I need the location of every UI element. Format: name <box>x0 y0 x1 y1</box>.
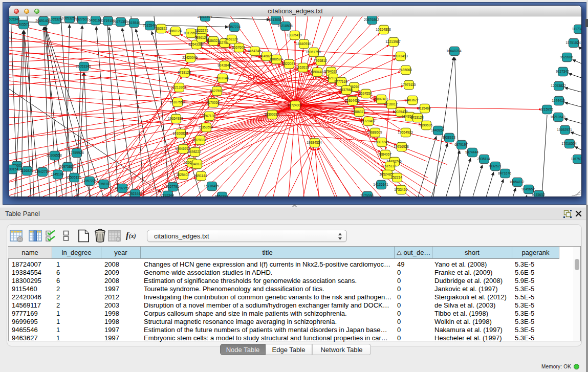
svg-text:8267130: 8267130 <box>202 114 215 118</box>
svg-text:1117345: 1117345 <box>572 27 581 31</box>
svg-text:7955812: 7955812 <box>314 59 327 62</box>
svg-text:7357224: 7357224 <box>227 25 241 29</box>
svg-text:3215955: 3215955 <box>540 107 553 111</box>
svg-text:8453124: 8453124 <box>410 116 424 119</box>
svg-text:19654933: 19654933 <box>168 117 183 120</box>
svg-text:14136141: 14136141 <box>373 183 388 186</box>
svg-text:12942737: 12942737 <box>34 170 50 173</box>
svg-text:2803144: 2803144 <box>215 76 229 80</box>
svg-text:7170056: 7170056 <box>360 194 374 196</box>
svg-text:16648784: 16648784 <box>446 49 462 53</box>
svg-text:1167534: 1167534 <box>571 157 581 161</box>
svg-text:2639154: 2639154 <box>9 167 18 171</box>
svg-text:7663822: 7663822 <box>154 27 167 30</box>
svg-text:9794028: 9794028 <box>324 70 337 73</box>
svg-text:1156829: 1156829 <box>20 169 33 172</box>
svg-text:9242848: 9242848 <box>217 63 231 67</box>
svg-text:10688609: 10688609 <box>367 130 382 134</box>
svg-text:8471676: 8471676 <box>498 171 511 175</box>
svg-text:9474444: 9474444 <box>465 150 478 154</box>
svg-text:252214: 252214 <box>391 176 402 179</box>
svg-text:9699695: 9699695 <box>419 123 432 127</box>
svg-text:16543382: 16543382 <box>188 42 204 46</box>
svg-text:9245652: 9245652 <box>521 187 535 191</box>
svg-text:7032621: 7032621 <box>488 164 502 168</box>
svg-text:16640910: 16640910 <box>296 42 311 46</box>
svg-text:9227342: 9227342 <box>556 70 569 73</box>
svg-text:12093822: 12093822 <box>551 84 566 87</box>
svg-text:15751024: 15751024 <box>565 41 581 45</box>
svg-text:8427552: 8427552 <box>210 89 223 93</box>
svg-text:19384554: 19384554 <box>307 141 322 144</box>
svg-text:6879197: 6879197 <box>454 143 468 146</box>
svg-text:7515546: 7515546 <box>127 21 140 25</box>
svg-text:2935114: 2935114 <box>477 157 490 161</box>
svg-text:22420046: 22420046 <box>182 56 198 59</box>
svg-text:7170056: 7170056 <box>206 101 220 104</box>
svg-text:20206558: 20206558 <box>47 154 62 157</box>
svg-text:6937568: 6937568 <box>339 88 353 92</box>
svg-text:1733426: 1733426 <box>394 188 407 191</box>
svg-text:9657791: 9657791 <box>215 194 228 196</box>
svg-text:2192344: 2192344 <box>161 193 174 196</box>
svg-text:17016504: 17016504 <box>561 142 577 145</box>
svg-text:1162615: 1162615 <box>296 65 309 69</box>
svg-text:9084067: 9084067 <box>378 152 391 156</box>
svg-text:2605346: 2605346 <box>9 17 20 21</box>
svg-text:20876862: 20876862 <box>364 18 379 21</box>
svg-text:20975867: 20975867 <box>59 165 75 168</box>
svg-text:19654923: 19654923 <box>398 130 413 134</box>
svg-text:7485063: 7485063 <box>399 68 412 72</box>
svg-text:1065325: 1065325 <box>49 17 62 21</box>
svg-text:17359928: 17359928 <box>69 151 84 155</box>
svg-text:16671355: 16671355 <box>113 20 128 24</box>
svg-text:9657791: 9657791 <box>166 185 179 188</box>
svg-text:2718126: 2718126 <box>178 71 191 74</box>
svg-text:9498222: 9498222 <box>188 150 201 154</box>
svg-text:9463627: 9463627 <box>405 98 419 102</box>
svg-text:12213369: 12213369 <box>171 85 186 89</box>
svg-text:2667608: 2667608 <box>232 46 245 49</box>
svg-text:10653257: 10653257 <box>61 16 77 20</box>
svg-text:18807249: 18807249 <box>374 140 389 144</box>
svg-text:10046768: 10046768 <box>175 147 190 150</box>
svg-text:16033809: 16033809 <box>197 16 212 18</box>
svg-text:5468123: 5468123 <box>225 37 238 41</box>
svg-text:9777169: 9777169 <box>334 80 347 83</box>
svg-text:15720407: 15720407 <box>360 119 376 123</box>
svg-text:1145194: 1145194 <box>51 172 64 176</box>
svg-text:1527602: 1527602 <box>75 17 89 21</box>
svg-text:1405571: 1405571 <box>16 23 30 26</box>
svg-text:6216012: 6216012 <box>384 102 398 106</box>
svg-text:8322037: 8322037 <box>282 62 295 65</box>
svg-text:16961758: 16961758 <box>306 50 321 54</box>
svg-text:1691144: 1691144 <box>194 174 207 178</box>
svg-text:12213967: 12213967 <box>385 40 401 43</box>
svg-text:17975115: 17975115 <box>401 83 416 86</box>
svg-text:19166827: 19166827 <box>172 132 188 135</box>
svg-text:9529986: 9529986 <box>560 55 573 59</box>
svg-text:10654112: 10654112 <box>510 180 525 184</box>
svg-text:13325419: 13325419 <box>287 33 302 37</box>
svg-text:9948122: 9948122 <box>190 162 203 166</box>
svg-text:8813054: 8813054 <box>269 18 282 21</box>
svg-text:19218506: 19218506 <box>277 24 293 28</box>
svg-text:11353594: 11353594 <box>199 125 213 129</box>
svg-text:15692971: 15692971 <box>557 128 572 132</box>
svg-text:19756928: 19756928 <box>394 145 409 148</box>
svg-text:15716485: 15716485 <box>204 184 219 188</box>
svg-text:8938923: 8938923 <box>442 136 455 139</box>
svg-text:15300287: 15300287 <box>264 113 279 116</box>
svg-text:9245652: 9245652 <box>532 193 545 196</box>
svg-text:3624554: 3624554 <box>359 92 372 95</box>
svg-text:10958107: 10958107 <box>96 182 111 186</box>
svg-text:7386372: 7386372 <box>352 110 365 114</box>
svg-text:20364436: 20364436 <box>344 99 360 102</box>
svg-text:1244415: 1244415 <box>552 99 565 102</box>
svg-text:12505135: 12505135 <box>66 176 81 179</box>
svg-text:17957225: 17957225 <box>81 179 97 183</box>
svg-text:8860124: 8860124 <box>168 29 182 33</box>
svg-text:10154808: 10154808 <box>376 28 391 31</box>
svg-text:8878334: 8878334 <box>193 138 206 142</box>
svg-text:9115460: 9115460 <box>418 106 431 110</box>
